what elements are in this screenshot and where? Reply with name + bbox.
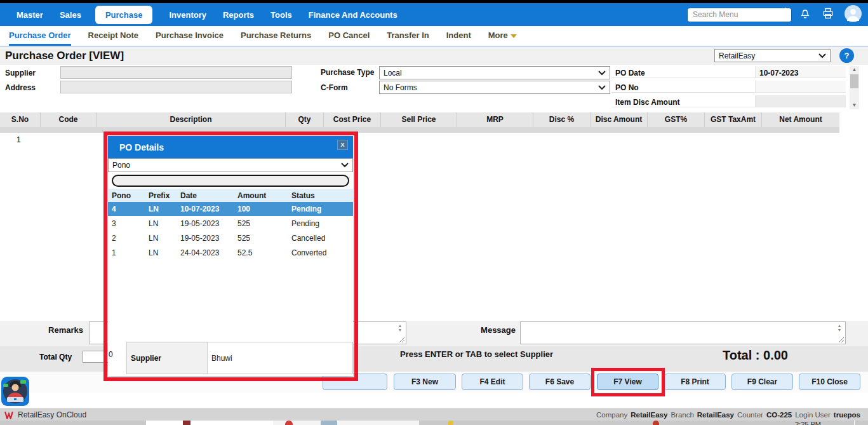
col-disc-amount: Disc Amount <box>591 112 648 127</box>
help-button[interactable]: ? <box>839 48 854 63</box>
nav-inventory[interactable]: Inventory <box>169 10 206 20</box>
nav-reports[interactable]: Reports <box>223 10 254 20</box>
f9-clear-button[interactable]: F9 Clear <box>731 374 793 390</box>
tab-transfer-in[interactable]: Transfer In <box>387 30 429 46</box>
cform-label: C-Form <box>321 83 348 92</box>
nav-master[interactable]: Master <box>17 10 43 20</box>
support-chat-icon[interactable] <box>1 375 30 410</box>
scroll-down-icon[interactable]: ▼ <box>850 102 859 109</box>
tab-more[interactable]: More <box>488 30 517 46</box>
purchase-type-select[interactable]: Local <box>379 66 610 79</box>
printer-icon[interactable] <box>822 7 834 22</box>
grand-total-text: Total : 0.00 <box>723 348 788 363</box>
remarks-label: Remarks <box>37 325 83 335</box>
resize-handle-icon[interactable] <box>399 337 405 343</box>
po-row[interactable]: 2 LN 19-05-2023 525 Cancelled <box>108 231 353 245</box>
cell-date: 19-05-2023 <box>180 219 237 228</box>
col-sno: S.No <box>0 112 41 127</box>
po-col-date: Date <box>180 191 237 200</box>
spinner-icon[interactable]: ▲▼ <box>396 323 404 332</box>
po-list-header: Pono Prefix Date Amount Status <box>108 189 353 202</box>
po-details-modal-title: PO Details <box>119 142 164 152</box>
chevron-down-icon <box>818 53 826 58</box>
po-col-pono: Pono <box>108 191 149 200</box>
address-input[interactable] <box>60 81 292 93</box>
tab-purchase-invoice[interactable]: Purchase Invoice <box>156 30 224 46</box>
f4-edit-button[interactable]: F4 Edit <box>462 374 523 390</box>
po-col-status: Status <box>291 191 353 200</box>
po-row[interactable]: 3 LN 19-05-2023 525 Pending <box>108 217 353 231</box>
supplier-input[interactable] <box>60 66 292 79</box>
tab-purchase-order[interactable]: Purchase Order <box>9 30 71 46</box>
tab-more-label: More <box>488 30 508 40</box>
po-filter-select[interactable]: Pono <box>108 158 353 172</box>
po-filter-value: Pono <box>112 161 130 170</box>
nav-finance[interactable]: Finance And Accounts <box>309 10 397 20</box>
col-sell-price: Sell Price <box>381 112 457 127</box>
resize-handle-icon[interactable] <box>838 337 845 343</box>
cell-prefix: LN <box>149 205 180 213</box>
f6-save-button[interactable]: F6 Save <box>529 374 591 390</box>
cell-prefix: LN <box>149 234 180 243</box>
user-avatar[interactable] <box>845 5 862 25</box>
tab-indent[interactable]: Indent <box>446 30 471 46</box>
f10-close-button[interactable]: F10 Close <box>799 374 860 390</box>
item-disc-value[interactable] <box>756 95 846 107</box>
cform-select[interactable]: No Forms <box>379 81 610 94</box>
col-disc-pct: Disc % <box>533 112 591 127</box>
f7-view-button[interactable]: F7 View <box>597 374 658 390</box>
col-code: Code <box>41 112 97 127</box>
image-fragment <box>285 421 293 425</box>
cell-date: 24-04-2023 <box>180 248 237 257</box>
po-col-prefix: Prefix <box>149 191 180 200</box>
col-mrp: MRP <box>457 112 533 127</box>
po-row[interactable]: 1 LN 24-04-2023 52.5 Converted <box>108 246 353 260</box>
image-fragment <box>183 421 190 425</box>
paintbrush-icon[interactable] <box>775 6 789 23</box>
window-fragment <box>273 421 419 425</box>
f3-new-button[interactable]: F3 New <box>394 374 456 390</box>
tab-po-cancel[interactable]: PO Cancel <box>328 30 370 46</box>
form-scrollbar[interactable]: ▲ ▼ <box>850 66 859 109</box>
nav-sales[interactable]: Sales <box>60 10 81 20</box>
cell-prefix: LN <box>149 248 180 257</box>
clock-text: 2:25 PM <box>795 421 821 425</box>
scroll-up-icon[interactable]: ▲ <box>850 66 859 74</box>
notifications-bell-icon[interactable] <box>799 7 811 22</box>
scrollbar-thumb[interactable] <box>850 74 858 88</box>
chevron-down-icon <box>598 71 606 76</box>
po-date-value[interactable]: 10-07-2023 <box>756 66 846 78</box>
clipped-desktop-strip: 2:25 PM <box>0 421 868 425</box>
po-details-modal-header[interactable]: PO Details X <box>108 136 353 158</box>
cell-status: Pending <box>291 205 353 213</box>
cell-amount: 525 <box>237 219 291 228</box>
login-value: truepos <box>834 411 860 419</box>
cell-status: Pending <box>291 219 353 228</box>
close-icon[interactable]: X <box>337 140 348 150</box>
po-no-value[interactable] <box>756 81 846 93</box>
supplier-hint-text: Press ENTER or TAB to select Supplier <box>400 349 553 359</box>
address-label: Address <box>5 83 36 92</box>
company-profile-select[interactable]: RetailEasy <box>714 49 831 62</box>
taskbar-divider <box>854 421 855 425</box>
nav-tools[interactable]: Tools <box>270 10 292 20</box>
po-row-selected[interactable]: 4 LN 10-07-2023 100 Pending <box>108 202 353 216</box>
item-row-sno: 1 <box>17 135 21 144</box>
cell-amount: 52.5 <box>237 248 291 257</box>
f8-print-button[interactable]: F8 Print <box>664 374 726 390</box>
po-supplier-panel: Supplier Bhuwi <box>126 342 353 374</box>
nav-purchase[interactable]: Purchase <box>95 6 153 24</box>
col-cost-price: Cost Price <box>324 112 381 127</box>
po-search-input[interactable] <box>112 175 349 187</box>
po-date-row: PO Date 10-07-2023 <box>611 66 846 78</box>
col-qty: Qty <box>286 112 324 127</box>
col-gst-pct: GST% <box>648 112 705 127</box>
tab-purchase-returns[interactable]: Purchase Returns <box>241 30 311 46</box>
message-textarea[interactable]: ▲▼ <box>520 321 846 344</box>
tab-receipt-note[interactable]: Receipt Note <box>88 30 138 46</box>
chevron-down-icon <box>598 85 606 90</box>
company-value: RetailEasy <box>631 411 667 419</box>
spinner-icon[interactable]: ▲▼ <box>836 323 843 332</box>
login-label: Login User <box>795 411 831 419</box>
total-qty-label: Total Qty <box>39 353 72 361</box>
